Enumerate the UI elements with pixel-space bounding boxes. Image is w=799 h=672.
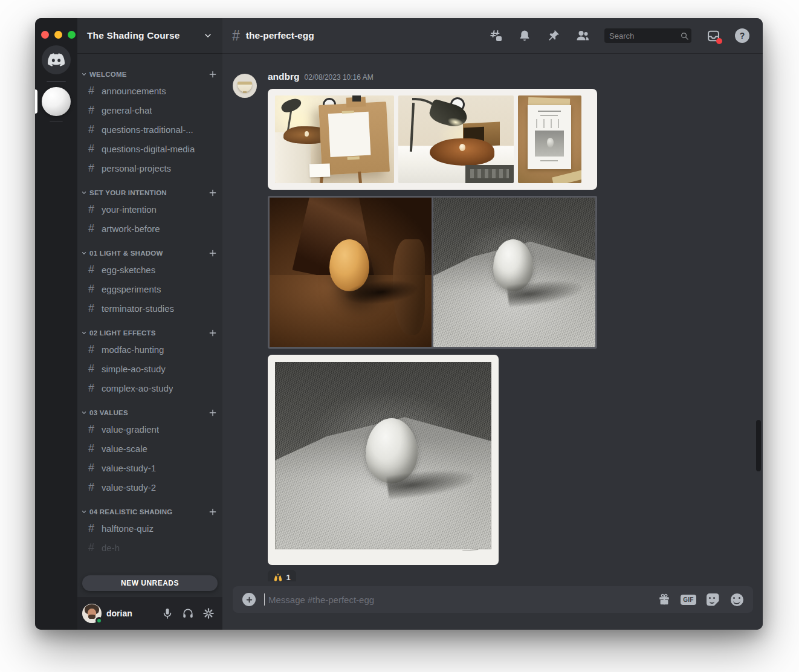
category-03-values[interactable]: 03 VALUES	[81, 406, 218, 419]
channel-your-intention[interactable]: #your-intention	[82, 199, 218, 219]
hash-icon: #	[87, 123, 95, 136]
microphone-icon[interactable]	[158, 604, 176, 622]
message-timestamp: 02/08/2023 10:16 AM	[305, 73, 374, 82]
channel-value-study-1[interactable]: #value-study-1	[82, 458, 218, 477]
chevron-down-icon	[81, 71, 87, 77]
channel-egg-sketches[interactable]: #egg-sketches	[82, 260, 218, 279]
headphones-icon[interactable]	[179, 604, 197, 622]
attachment-single-drawing[interactable]	[268, 355, 499, 565]
channel-eggsperiments[interactable]: #eggsperiments	[82, 279, 218, 299]
add-channel-icon[interactable]	[208, 69, 218, 79]
channel-questions-traditional[interactable]: #questions-traditional-...	[82, 120, 218, 139]
channel-modfac-hunting[interactable]: #modfac-hunting	[82, 340, 218, 359]
username: dorian	[106, 609, 154, 618]
egg-on-brown-cloth-photo[interactable]	[270, 198, 432, 347]
user-avatar[interactable]	[82, 604, 102, 623]
emoji-icon[interactable]	[729, 592, 745, 607]
add-channel-icon[interactable]	[208, 248, 218, 258]
hash-icon: #	[87, 442, 95, 455]
egg-pencil-drawing-study[interactable]	[433, 198, 595, 347]
attach-plus-icon[interactable]	[242, 593, 256, 606]
category-04-realistic-shading[interactable]: 04 REALISTIC SHADING	[81, 505, 218, 519]
channel-general-chat[interactable]: #general-chat	[82, 100, 218, 120]
hash-icon: #	[87, 283, 95, 296]
main-panel: # the-perfect-egg Search	[222, 18, 763, 630]
lamp-and-brown-cloth-photo[interactable]	[398, 95, 514, 183]
message: andbrg 02/08/2023 10:16 AM	[222, 53, 763, 581]
window-minimize-button[interactable]	[54, 31, 62, 39]
notifications-bell-icon[interactable]	[517, 28, 532, 43]
threads-icon[interactable]	[488, 28, 503, 43]
new-unreads-pill[interactable]: NEW UNREADS	[82, 575, 218, 591]
hash-icon: #	[87, 541, 95, 554]
hash-icon: #	[87, 104, 95, 117]
category-02-light-effects[interactable]: 02 LIGHT EFFECTS	[81, 326, 218, 340]
artist-signature	[462, 546, 478, 551]
window-close-button[interactable]	[41, 31, 49, 39]
channel-questions-digital-media[interactable]: #questions-digital-media	[82, 139, 218, 158]
chevron-down-icon	[81, 410, 87, 416]
category-01-light-shadow[interactable]: 01 LIGHT & SHADOW	[81, 247, 218, 260]
taped-study-sheet-photo[interactable]	[518, 95, 581, 183]
rail-separator	[47, 81, 66, 82]
channel-announcements[interactable]: #announcements	[82, 81, 218, 100]
sticker-icon[interactable]	[705, 592, 720, 607]
add-channel-icon[interactable]	[208, 188, 218, 198]
message-author[interactable]: andbrg	[268, 71, 300, 82]
channel-hash-icon: #	[232, 28, 240, 44]
settings-gear-icon[interactable]	[199, 604, 218, 622]
hash-icon: #	[87, 363, 95, 375]
raised-hands-reaction[interactable]: 1	[268, 570, 296, 581]
server-header[interactable]: The Shading Course	[77, 18, 222, 53]
hash-icon: #	[87, 481, 95, 494]
channel-complex-ao-study[interactable]: #complex-ao-study	[82, 378, 218, 398]
reaction-row: 1	[268, 570, 763, 581]
gift-icon[interactable]	[656, 592, 672, 607]
channel-simple-ao-study[interactable]: #simple-ao-study	[82, 359, 218, 378]
inbox-unread-dot	[716, 38, 722, 44]
attachment-photo-strip[interactable]	[268, 89, 597, 190]
message-author-avatar[interactable]	[233, 74, 257, 98]
chat-area: andbrg 02/08/2023 10:16 AM	[222, 53, 763, 581]
attachment-pair[interactable]	[268, 196, 597, 349]
help-icon[interactable]: ?	[735, 28, 749, 43]
pinned-messages-icon[interactable]	[546, 28, 561, 43]
easel-setup-photo[interactable]	[275, 95, 394, 183]
gif-icon[interactable]: GIF	[681, 592, 696, 607]
hash-icon: #	[87, 462, 95, 474]
channel-halftone-quiz[interactable]: #halftone-quiz	[82, 519, 218, 538]
chevron-down-icon	[203, 31, 213, 40]
add-channel-icon[interactable]	[208, 328, 218, 338]
category-welcome[interactable]: WELCOME	[81, 68, 218, 81]
search-input[interactable]: Search	[604, 28, 691, 43]
chevron-down-icon	[81, 509, 87, 515]
add-channel-icon[interactable]	[208, 408, 218, 418]
category-set-your-intention[interactable]: SET YOUR INTENTION	[81, 186, 218, 199]
hash-icon: #	[87, 222, 95, 235]
server-icon-shading-course[interactable]	[42, 87, 71, 116]
add-channel-icon[interactable]	[208, 507, 218, 517]
window-zoom-button[interactable]	[68, 31, 76, 39]
discord-home-button[interactable]	[42, 45, 71, 74]
egg-pencil-drawing-final	[275, 362, 491, 549]
chat-scrollbar-thumb[interactable]	[756, 420, 761, 471]
channel-value-study-2[interactable]: #value-study-2	[82, 477, 218, 497]
help-glyph: ?	[735, 28, 749, 43]
channel-artwork-before[interactable]: #artwork-before	[82, 219, 218, 238]
channel-terminator-studies[interactable]: #terminator-studies	[82, 299, 218, 318]
composer-placeholder[interactable]: Message #the-perfect-egg	[268, 595, 648, 605]
channel-value-scale[interactable]: #value-scale	[82, 439, 218, 458]
channel-personal-projects[interactable]: #personal-projects	[82, 158, 218, 178]
message-composer[interactable]: Message #the-perfect-egg GIF	[233, 586, 753, 613]
member-list-icon[interactable]	[575, 28, 590, 43]
raised-hands-emoji-icon	[273, 573, 283, 582]
hash-icon: #	[87, 423, 95, 436]
bowl-avatar-graphic	[238, 82, 252, 92]
text-caret	[264, 593, 265, 606]
server-rail	[35, 18, 77, 630]
reaction-count: 1	[286, 573, 290, 581]
hash-icon: #	[87, 85, 95, 97]
channel-de-h[interactable]: #de-h	[82, 538, 218, 557]
inbox-icon[interactable]	[706, 28, 720, 43]
channel-value-gradient[interactable]: #value-gradient	[82, 419, 218, 439]
